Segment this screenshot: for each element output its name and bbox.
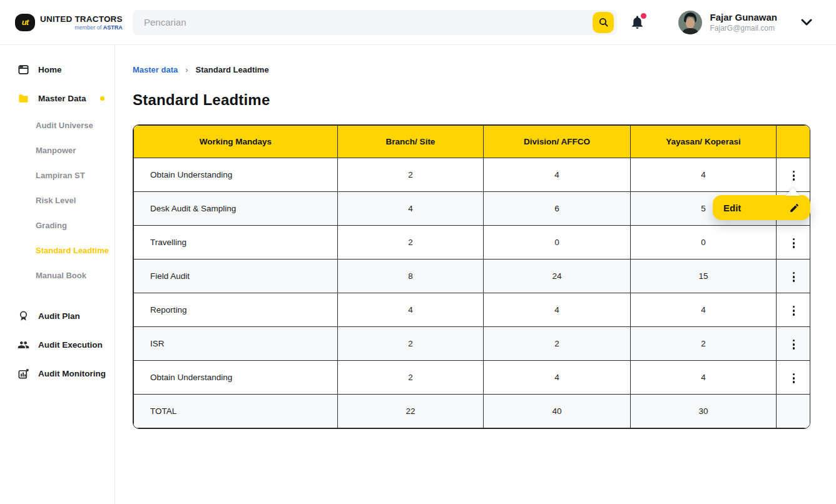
active-section-dot: [100, 96, 104, 101]
user-info: Fajar Gunawan FajarG@gmail.com: [710, 12, 777, 33]
col-header-actions: [777, 126, 811, 158]
user-menu-chevron-down-icon[interactable]: [801, 19, 812, 26]
table-row: Travelling 2 0 0: [134, 226, 811, 260]
avatar[interactable]: [678, 11, 702, 34]
table-row: Obtain Understanding 2 4 4: [134, 158, 811, 192]
notifications-button[interactable]: [630, 14, 646, 31]
edit-menu-label: Edit: [723, 203, 741, 213]
sidebar-item-audit-universe[interactable]: Audit Universe: [0, 113, 115, 138]
search-input[interactable]: [133, 10, 617, 35]
page-title: Standard Leadtime: [133, 91, 836, 109]
user-name: Fajar Gunawan: [710, 12, 777, 23]
table-row: ISR 2 2 2: [134, 327, 811, 361]
notification-badge: [641, 13, 646, 19]
sidebar-item-manpower[interactable]: Manpower: [0, 138, 115, 163]
sidebar-item-lampiran-st[interactable]: Lampiran ST: [0, 163, 115, 188]
table-row: Obtain Understanding 2 4 4: [134, 361, 811, 395]
sidebar-item-master-data[interactable]: Master Data: [0, 84, 115, 113]
sidebar-item-audit-plan[interactable]: Audit Plan: [0, 301, 115, 330]
col-header-branch-site: Branch/ Site: [338, 126, 484, 158]
table-row: Field Audit 8 24 15: [134, 260, 811, 293]
sidebar-item-audit-monitoring[interactable]: Audit Monitoring: [0, 359, 115, 388]
sidebar-item-manual-book[interactable]: Manual Book: [0, 263, 115, 288]
user-email: FajarG@gmail.com: [710, 24, 777, 33]
breadcrumb-master-data-link[interactable]: Master data: [133, 65, 178, 74]
table-row: Desk Audit & Sampling 4 6 5: [134, 192, 811, 226]
col-header-working-mandays: Working Mandays: [134, 126, 338, 158]
people-icon: [18, 339, 29, 351]
sidebar-item-grading[interactable]: Grading: [0, 213, 115, 238]
window-icon: [18, 64, 29, 76]
row-actions-kebab-icon[interactable]: [788, 167, 800, 184]
table-total-row: TOTAL 22 40 30: [134, 395, 811, 428]
search-button[interactable]: [593, 12, 614, 33]
row-actions-kebab-icon[interactable]: [788, 336, 800, 353]
breadcrumb-separator: ›: [185, 65, 188, 74]
sidebar-item-risk-level[interactable]: Risk Level: [0, 188, 115, 213]
row-actions-kebab-icon[interactable]: [788, 370, 800, 387]
row-actions-kebab-icon[interactable]: [788, 234, 800, 252]
edit-menu-item[interactable]: Edit: [713, 195, 810, 220]
row-actions-kebab-icon[interactable]: [788, 268, 800, 286]
row-actions-kebab-icon[interactable]: [788, 302, 800, 320]
search-bar: [133, 10, 617, 35]
col-header-yayasan-koperasi: Yayasan/ Koperasi: [631, 126, 777, 158]
top-header: ut UNITED TRACTORS member of ASTRA: [0, 0, 836, 45]
col-header-division-affco: Division/ AFFCO: [484, 126, 631, 158]
medal-icon: [18, 310, 29, 322]
brand-name: UNITED TRACTORS: [40, 14, 123, 24]
sidebar-item-audit-execution[interactable]: Audit Execution: [0, 330, 115, 359]
sidebar: Home Master Data Audit Universe Manpower…: [0, 45, 115, 504]
brand-subtitle: member of ASTRA: [74, 24, 123, 31]
breadcrumb-current: Standard Leadtime: [196, 65, 269, 74]
search-icon: [598, 17, 609, 28]
main-content: Master data › Standard Leadtime Standard…: [115, 45, 836, 504]
pencil-icon: [789, 203, 800, 213]
table-row: Reporting 4 4 4: [134, 293, 811, 327]
sidebar-item-home[interactable]: Home: [0, 55, 115, 84]
bar-chart-icon: [18, 368, 29, 380]
sidebar-item-standard-leadtime[interactable]: Standard Leadtime: [0, 238, 115, 263]
table-header-row: Working Mandays Branch/ Site Division/ A…: [134, 126, 811, 158]
app-logo: ut UNITED TRACTORS member of ASTRA: [0, 14, 133, 31]
edit-popup-caret: [786, 188, 800, 196]
ut-logo-icon: ut: [15, 14, 35, 31]
breadcrumb: Master data › Standard Leadtime: [133, 65, 836, 74]
leadtime-table: Working Mandays Branch/ Site Division/ A…: [133, 124, 810, 429]
folder-icon: [18, 93, 29, 104]
